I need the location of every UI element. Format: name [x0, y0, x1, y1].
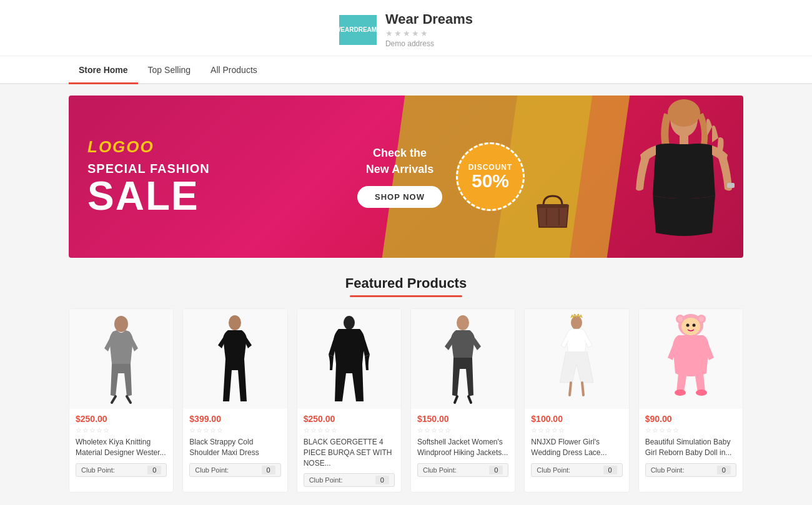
- product-name: BLACK GEORGETTE 4 PIECE BURQA SET WITH N…: [304, 437, 395, 468]
- product-price: $100.00: [531, 414, 622, 424]
- product-price: $250.00: [304, 414, 395, 424]
- featured-section: Featured Products $250.00 ☆☆☆☆☆ Wholetex…: [62, 275, 750, 493]
- svg-point-12: [457, 315, 469, 330]
- banner-model: [581, 96, 743, 258]
- club-point: Club Point: 0: [76, 463, 167, 477]
- svg-line-14: [468, 396, 471, 403]
- hero-banner: LOGOO Special Fashion SALE Check the New…: [69, 96, 743, 258]
- nav-all-products[interactable]: All Products: [201, 56, 267, 84]
- product-figure-6: [663, 314, 719, 404]
- svg-point-22: [699, 316, 704, 321]
- product-image: [297, 309, 401, 409]
- banner-wrapper: LOGOO Special Fashion SALE Check the New…: [62, 96, 750, 258]
- svg-rect-4: [537, 204, 568, 208]
- svg-line-9: [127, 396, 131, 403]
- club-point-value: 0: [375, 476, 389, 484]
- banner-sale: SALE: [87, 176, 312, 216]
- svg-point-11: [344, 316, 355, 330]
- product-figure-2: [213, 314, 257, 404]
- product-info: $250.00 ☆☆☆☆☆ Wholetex Kiya Knitting Mat…: [69, 409, 173, 482]
- product-price: $250.00: [76, 414, 167, 424]
- svg-line-16: [570, 383, 571, 395]
- svg-line-8: [112, 396, 116, 403]
- banner-left: LOGOO Special Fashion SALE: [69, 137, 331, 216]
- svg-point-21: [678, 316, 683, 321]
- product-stars: ☆☆☆☆☆: [645, 426, 736, 434]
- product-name: Beautiful Simulation Baby Girl Reborn Ba…: [645, 437, 736, 458]
- product-name: NNJXD Flower Girl's Wedding Dress Lace..…: [531, 437, 622, 458]
- svg-point-10: [229, 315, 241, 330]
- store-name: Wear Dreams: [385, 11, 473, 27]
- discount-value: 50%: [472, 172, 509, 190]
- banner-arrivals: Check the New Arrivals: [331, 145, 468, 177]
- svg-point-27: [696, 390, 707, 396]
- product-info: $399.00 ☆☆☆☆☆ Black Strappy Cold Shoulde…: [183, 409, 287, 482]
- product-info: $250.00 ☆☆☆☆☆ BLACK GEORGETTE 4 PIECE BU…: [297, 409, 401, 492]
- svg-point-25: [692, 323, 695, 326]
- svg-rect-2: [680, 134, 688, 145]
- club-point-value: 0: [489, 466, 503, 474]
- product-name: Wholetex Kiya Knitting Material Designer…: [76, 437, 167, 458]
- club-point-value: 0: [717, 466, 731, 474]
- product-price: $90.00: [645, 414, 736, 424]
- club-point: Club Point: 0: [531, 463, 622, 477]
- product-figure-4: [441, 314, 485, 404]
- club-point: Club Point: 0: [417, 463, 508, 477]
- product-figure-1: [99, 314, 143, 404]
- model-silhouette: [587, 96, 737, 258]
- product-card[interactable]: $90.00 ☆☆☆☆☆ Beautiful Simulation Baby G…: [638, 308, 743, 493]
- store-stars: ★★★★★: [385, 29, 473, 38]
- product-info: $100.00 ☆☆☆☆☆ NNJXD Flower Girl's Weddin…: [525, 409, 628, 482]
- header-info: Wear Dreams ★★★★★ Demo address: [385, 11, 473, 48]
- product-card[interactable]: $250.00 ☆☆☆☆☆ BLACK GEORGETTE 4 PIECE BU…: [297, 308, 402, 493]
- svg-line-17: [582, 383, 583, 395]
- product-figure-3: [327, 314, 371, 404]
- products-grid: $250.00 ☆☆☆☆☆ Wholetex Kiya Knitting Mat…: [69, 308, 743, 493]
- banner-center: Check the New Arrivals SHOP NOW: [331, 145, 468, 207]
- club-point-value: 0: [262, 466, 275, 474]
- svg-line-13: [455, 396, 457, 403]
- club-point-value: 0: [147, 466, 161, 474]
- product-info: $90.00 ☆☆☆☆☆ Beautiful Simulation Baby G…: [639, 409, 743, 482]
- svg-point-24: [686, 323, 689, 326]
- svg-point-23: [681, 318, 700, 335]
- product-image: [411, 309, 515, 409]
- featured-underline: [350, 295, 462, 297]
- product-stars: ☆☆☆☆☆: [189, 426, 280, 434]
- product-card[interactable]: $150.00 ☆☆☆☆☆ Softshell Jacket Women's W…: [410, 308, 515, 493]
- navigation: Store Home Top Selling All Products: [0, 56, 812, 84]
- svg-point-1: [668, 99, 700, 127]
- product-stars: ☆☆☆☆☆: [531, 426, 622, 434]
- product-image: [69, 309, 173, 409]
- product-stars: ☆☆☆☆☆: [417, 426, 508, 434]
- nav-store-home[interactable]: Store Home: [69, 56, 138, 84]
- discount-badge: DISCOUNT 50%: [456, 142, 525, 211]
- store-address: Demo address: [385, 39, 473, 48]
- store-logo[interactable]: WEAR DREAMS: [339, 15, 377, 45]
- product-card[interactable]: $399.00 ☆☆☆☆☆ Black Strappy Cold Shoulde…: [182, 308, 287, 493]
- product-card[interactable]: $100.00 ☆☆☆☆☆ NNJXD Flower Girl's Weddin…: [524, 308, 629, 493]
- svg-rect-3: [727, 183, 735, 188]
- product-stars: ☆☆☆☆☆: [304, 426, 395, 434]
- banner-logo: LOGOO: [87, 137, 312, 157]
- club-point: Club Point: 0: [304, 473, 395, 487]
- club-point-value: 0: [603, 466, 617, 474]
- product-card[interactable]: $250.00 ☆☆☆☆☆ Wholetex Kiya Knitting Mat…: [69, 308, 174, 493]
- svg-point-7: [114, 316, 128, 332]
- shop-now-button[interactable]: SHOP NOW: [357, 186, 442, 208]
- product-figure-5: [555, 314, 598, 404]
- product-name: Softshell Jacket Women's Windproof Hikin…: [417, 437, 508, 458]
- nav-top-selling[interactable]: Top Selling: [138, 56, 201, 84]
- svg-point-26: [675, 390, 686, 396]
- featured-title: Featured Products: [69, 275, 743, 292]
- bag-icon: [528, 187, 578, 239]
- product-price: $150.00: [417, 414, 508, 424]
- club-point: Club Point: 0: [645, 463, 736, 477]
- product-image: [183, 309, 287, 409]
- product-info: $150.00 ☆☆☆☆☆ Softshell Jacket Women's W…: [411, 409, 515, 482]
- product-stars: ☆☆☆☆☆: [76, 426, 167, 434]
- product-price: $399.00: [189, 414, 280, 424]
- header: WEAR DREAMS Wear Dreams ★★★★★ Demo addre…: [0, 0, 812, 56]
- product-image: [525, 309, 628, 409]
- product-image: [639, 309, 743, 409]
